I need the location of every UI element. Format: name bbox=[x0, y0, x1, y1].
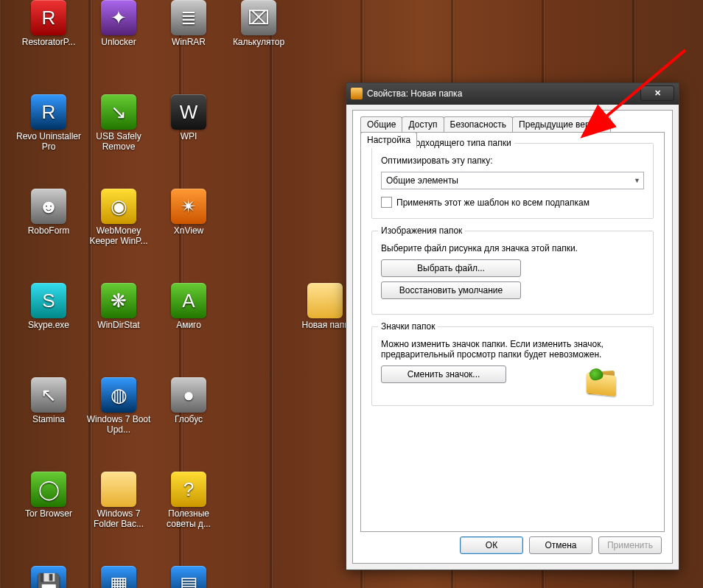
app-icon: ☻ bbox=[31, 189, 66, 224]
desktop-icon[interactable]: 💾 bbox=[15, 566, 83, 588]
app-icon bbox=[101, 472, 136, 507]
desktop-icon[interactable]: Windows 7 Folder Bac... bbox=[85, 472, 153, 529]
dialog-titlebar[interactable]: Свойства: Новая папка ✕ bbox=[346, 83, 679, 105]
app-icon: ✦ bbox=[101, 0, 136, 35]
tab-Доступ[interactable]: Доступ bbox=[402, 116, 444, 132]
app-icon: ⌧ bbox=[241, 0, 276, 35]
desktop-icon[interactable]: RRestoratorP... bbox=[15, 0, 83, 47]
apply-to-subfolders-checkbox[interactable]: Применять этот же шаблон ко всем подпапк… bbox=[381, 197, 644, 208]
icon-label: WPI bbox=[155, 131, 223, 141]
app-icon: R bbox=[31, 94, 66, 130]
icon-label: Windows 7 Folder Bac... bbox=[85, 508, 153, 529]
app-icon: W bbox=[171, 94, 206, 130]
dialog-title: Свойства: Новая папка bbox=[367, 88, 462, 99]
app-icon: ▤ bbox=[171, 566, 206, 588]
desktop-icon[interactable]: RRevo Uninstaller Pro bbox=[15, 94, 83, 152]
chevron-down-icon: ▼ bbox=[634, 177, 640, 184]
app-icon: ? bbox=[171, 472, 206, 507]
app-icon: S bbox=[31, 283, 66, 318]
app-icon: ◉ bbox=[101, 189, 136, 224]
desktop-icon[interactable]: ⌧Калькулятор bbox=[225, 0, 293, 47]
desktop-icon[interactable]: ◉WebMoney Keeper WinP... bbox=[85, 189, 153, 246]
icon-label: Глобус bbox=[155, 414, 223, 424]
apply-button[interactable]: Применить bbox=[598, 536, 662, 554]
tab-page-customize: Выбор подходящего типа папки Оптимизиров… bbox=[360, 132, 665, 532]
tab-strip: ОбщиеДоступБезопасностьПредыдущие версии… bbox=[360, 116, 665, 133]
app-icon: ↘ bbox=[101, 94, 136, 130]
app-icon: ◯ bbox=[31, 472, 66, 507]
desktop-icon[interactable]: ●Глобус bbox=[155, 377, 223, 424]
icon-label: Skype.exe bbox=[15, 320, 83, 330]
icon-label: WinDirStat bbox=[85, 320, 153, 330]
icon-label: Unlocker bbox=[85, 37, 153, 47]
desktop-icon[interactable]: ≣WinRAR bbox=[155, 0, 223, 47]
optimize-combo[interactable]: Общие элементы ▼ bbox=[381, 172, 644, 189]
desktop-icon[interactable]: ◯Tor Browser bbox=[15, 472, 83, 519]
icon-label: Revo Uninstaller Pro bbox=[15, 131, 83, 152]
group-label: Значки папок bbox=[378, 321, 438, 332]
app-icon bbox=[307, 283, 343, 318]
desktop: RRestoratorP...✦Unlocker≣WinRAR⌧Калькуля… bbox=[0, 0, 703, 588]
group-text: Можно изменить значок папки. Если измени… bbox=[381, 339, 617, 360]
app-icon: R bbox=[31, 0, 66, 35]
folder-icon bbox=[351, 88, 363, 99]
icon-label: Windows 7 Boot Upd... bbox=[85, 414, 153, 435]
app-icon: ▦ bbox=[101, 566, 136, 588]
desktop-icon[interactable]: ↘USB Safely Remove bbox=[85, 94, 153, 152]
icon-label: Полезные советы д... bbox=[155, 508, 223, 529]
desktop-icon[interactable]: ☻RoboForm bbox=[15, 189, 83, 236]
desktop-icon[interactable]: SSkype.exe bbox=[15, 283, 83, 330]
group-label: Изображения папок bbox=[378, 225, 465, 236]
icon-label: WebMoney Keeper WinP... bbox=[85, 225, 153, 246]
desktop-icon[interactable]: ААмиго bbox=[155, 283, 223, 330]
dialog-button-row: ОК Отмена Применить bbox=[353, 536, 672, 556]
icon-label: Калькулятор bbox=[225, 37, 293, 47]
tab-Настройка[interactable]: Настройка bbox=[360, 132, 417, 148]
app-icon: ↖ bbox=[31, 377, 66, 413]
tab-Предыдущие версии[interactable]: Предыдущие версии bbox=[512, 116, 611, 132]
close-icon: ✕ bbox=[654, 88, 661, 98]
change-icon-button[interactable]: Сменить значок... bbox=[381, 365, 506, 383]
desktop-icon[interactable]: WWPI bbox=[155, 94, 223, 141]
app-icon: ✴ bbox=[171, 189, 206, 224]
icon-label: WinRAR bbox=[155, 37, 223, 47]
icon-label: Амиго bbox=[155, 320, 223, 330]
tab-Общие[interactable]: Общие bbox=[360, 116, 402, 132]
icon-label: Stamina bbox=[15, 414, 83, 424]
desktop-icon[interactable]: ❋WinDirStat bbox=[85, 283, 153, 330]
icon-label: XnView bbox=[155, 225, 223, 236]
desktop-icon[interactable]: ◍Windows 7 Boot Upd... bbox=[85, 377, 153, 435]
group-folder-type: Выбор подходящего типа папки Оптимизиров… bbox=[371, 143, 654, 219]
app-icon: А bbox=[171, 283, 206, 318]
desktop-icon[interactable]: ✴XnView bbox=[155, 189, 223, 236]
folder-preview-icon bbox=[587, 368, 618, 396]
icon-label: Tor Browser bbox=[15, 508, 83, 519]
group-text: Выберите файл рисунка для значка этой па… bbox=[381, 243, 644, 253]
cancel-button[interactable]: Отмена bbox=[529, 536, 592, 554]
desktop-icon[interactable]: ↖Stamina bbox=[15, 377, 83, 424]
restore-default-button[interactable]: Восстановить умолчание bbox=[381, 281, 521, 299]
app-icon: ≣ bbox=[171, 0, 206, 35]
checkbox-box bbox=[381, 197, 392, 208]
ok-button[interactable]: ОК bbox=[460, 536, 523, 554]
icon-label: RestoratorP... bbox=[15, 37, 83, 47]
checkbox-label: Применять этот же шаблон ко всем подпапк… bbox=[396, 197, 590, 208]
group-folder-icons: Значки папок Можно изменить значок папки… bbox=[371, 326, 654, 406]
app-icon: 💾 bbox=[31, 566, 66, 588]
combo-value: Общие элементы bbox=[386, 175, 458, 186]
group-folder-pictures: Изображения папок Выберите файл рисунка … bbox=[371, 231, 654, 315]
close-button[interactable]: ✕ bbox=[640, 85, 674, 101]
tab-Безопасность[interactable]: Безопасность bbox=[444, 116, 514, 132]
icon-label: RoboForm bbox=[15, 225, 83, 236]
dialog-body: ОбщиеДоступБезопасностьПредыдущие версии… bbox=[352, 110, 673, 564]
desktop-icon[interactable]: ?Полезные советы д... bbox=[155, 472, 223, 529]
app-icon: ● bbox=[171, 377, 206, 413]
app-icon: ◍ bbox=[101, 377, 136, 413]
properties-dialog: Свойства: Новая папка ✕ ОбщиеДоступБезоп… bbox=[346, 83, 679, 570]
desktop-icon[interactable]: ▦ bbox=[85, 566, 153, 588]
choose-file-button[interactable]: Выбрать файл... bbox=[381, 259, 521, 277]
desktop-icon[interactable]: ▤ bbox=[155, 566, 223, 588]
optimize-label: Оптимизировать эту папку: bbox=[381, 155, 644, 166]
desktop-icon[interactable]: ✦Unlocker bbox=[85, 0, 153, 47]
icon-label: USB Safely Remove bbox=[85, 131, 153, 152]
